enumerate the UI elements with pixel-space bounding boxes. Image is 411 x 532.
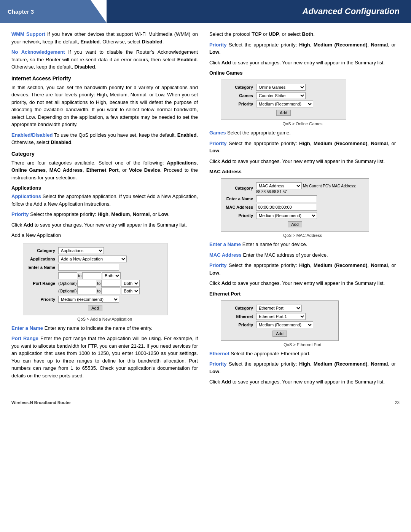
page-footer: Wireless-N Broadband Router 23 xyxy=(0,396,411,409)
page-header: Chapter 3 Advanced Configuration xyxy=(0,0,411,23)
category-heading: Category xyxy=(11,151,198,157)
priority-term3: Priority xyxy=(209,141,227,146)
mac-address-para: MAC Address Enter the MAC address of you… xyxy=(209,251,396,259)
apps-term: Applications xyxy=(11,193,41,199)
mockup1-port-from1[interactable] xyxy=(58,272,77,279)
games-term: Games xyxy=(209,130,226,136)
title-text: Advanced Configuration xyxy=(303,6,400,16)
priority-para2: Priority Select the appropriate priority… xyxy=(209,41,396,56)
mockup1-port-to1[interactable] xyxy=(82,272,101,279)
footer-page-number: 23 xyxy=(395,400,400,405)
mockup3-caption: QoS > MAC Address xyxy=(209,233,396,238)
mockup-ethernet-port: Category Ethernet Port Ethernet Ethernet… xyxy=(221,300,339,341)
page-content: WMM Support If you have other devices th… xyxy=(0,23,411,396)
mockup2-add-button[interactable]: Add xyxy=(276,110,291,116)
right-column: Select the protocol TCP or UDP, or selec… xyxy=(209,30,396,389)
mockup4-caption: QoS > Ethernet Port xyxy=(209,342,396,347)
mockup1-port-proto1[interactable]: Both xyxy=(102,272,121,279)
priority-para5: Priority Select the appropriate priority… xyxy=(209,360,396,375)
mockup3-mac-address-input[interactable] xyxy=(256,204,317,211)
mac-address-heading: MAC Address xyxy=(209,169,396,174)
online-games-heading: Online Games xyxy=(209,70,396,76)
mockup1-port-to2[interactable] xyxy=(101,280,120,287)
priority-term5: Priority xyxy=(209,361,227,367)
mockup4-priority-select[interactable]: Medium (Recommend) xyxy=(256,321,313,328)
priority-para3: Priority Select the appropriate priority… xyxy=(209,140,396,155)
mockup4-priority-label: Priority xyxy=(224,321,255,329)
iap-body: In this section, you can set the bandwid… xyxy=(11,84,198,128)
enter-name-term: Enter a Name xyxy=(11,325,43,331)
mockup4-ethernet-label: Ethernet xyxy=(224,312,255,321)
mockup-online-games: Category Online Games Games Counter Stri… xyxy=(221,80,346,120)
ethernet-port-heading: Ethernet Port xyxy=(209,291,396,297)
mockup3-enter-name-label: Enter a Name xyxy=(224,195,255,203)
mockup2-category-label: Category xyxy=(224,83,255,91)
priority-term1: Priority xyxy=(11,211,29,217)
mockup1-port-range-label: Port Range xyxy=(26,272,57,295)
priority-term4: Priority xyxy=(209,262,227,268)
footer-product-name: Wireless-N Broadband Router xyxy=(11,400,71,405)
click-add5-para: Click Add to save your changes. Your new… xyxy=(209,378,396,386)
mockup3-category-label: Category xyxy=(224,182,255,195)
games-para: Games Select the appropriate game. xyxy=(209,129,396,137)
mockup2-category-select[interactable]: Online Games xyxy=(256,84,306,91)
mockup1-add-button[interactable]: Add xyxy=(88,305,102,311)
mockup-add-new-application: Category Applications Applications Add a… xyxy=(23,243,167,315)
port-range-term: Port Range xyxy=(11,335,38,341)
mockup2-games-label: Games xyxy=(224,91,255,100)
priority-para4: Priority Select the appropriate priority… xyxy=(209,262,396,276)
mockup1-port-proto3[interactable]: Both xyxy=(121,288,140,294)
mockup4-category-select[interactable]: Ethernet Port xyxy=(256,305,302,312)
enabled-disabled-para: Enabled/Disabled To use the QoS policies… xyxy=(11,131,198,146)
noack-term: No Acknowledgement xyxy=(11,49,65,55)
mockup3-priority-select[interactable]: Medium (Recommend) xyxy=(256,212,317,219)
priority-para1: Priority Select the appropriate priority… xyxy=(11,211,198,218)
mockup4-category-label: Category xyxy=(224,304,255,312)
mockup1-port-to3[interactable] xyxy=(101,288,120,294)
ethernet-para: Ethernet Select the appropriate Ethernet… xyxy=(209,350,396,358)
mockup1-port-from3[interactable] xyxy=(77,288,96,294)
mockup1-applications-select[interactable]: Add a New Application xyxy=(58,256,127,262)
category-body: There are four categories available. Sel… xyxy=(11,159,198,182)
left-column: WMM Support If you have other devices th… xyxy=(11,30,198,389)
mockup1-priority-select[interactable]: Medium (Recommend) xyxy=(58,296,119,303)
mockup1-port-proto2[interactable]: Both xyxy=(121,280,140,287)
priority-term2: Priority xyxy=(209,42,227,48)
mockup2-caption: QoS > Online Games xyxy=(209,121,396,126)
applications-heading: Applications xyxy=(11,185,198,191)
mockup2-priority-select[interactable]: Medium (Recommend) xyxy=(256,101,313,107)
mockup1-enter-name-label: Enter a Name xyxy=(26,263,57,272)
click-add2-para: Click Add to save your changes. Your new… xyxy=(209,59,396,67)
mockup1-caption: QoS > Add a New Application xyxy=(11,317,198,321)
mockup1-applications-label: Applications xyxy=(26,255,57,263)
enter-name-para: Enter a Name Enter any name to indicate … xyxy=(11,324,198,332)
apps-para: Applications Select the appropriate appl… xyxy=(11,193,198,208)
mockup3-enter-name-input[interactable] xyxy=(256,195,317,202)
mockup4-add-button[interactable]: Add xyxy=(272,331,287,337)
enter-name2-para: Enter a Name Enter a name for your devic… xyxy=(209,241,396,248)
mockup2-games-select[interactable]: Counter Strike xyxy=(256,92,306,99)
mockup4-ethernet-select[interactable]: Ethernet Port 1 xyxy=(256,313,306,320)
mockup1-category-select[interactable]: Applications xyxy=(58,247,104,254)
page-title: Advanced Configuration xyxy=(107,0,411,23)
mac-address-term: MAC Address xyxy=(209,252,242,258)
mockup3-category-select[interactable]: MAC Address xyxy=(256,182,302,189)
chapter-label: Chapter 3 xyxy=(0,0,107,23)
mockup1-enter-name-input[interactable] xyxy=(58,264,119,271)
protocol-para: Select the protocol TCP or UDP, or selec… xyxy=(209,30,396,38)
click-add1-para: Click Add to save your changes. Your new… xyxy=(11,221,198,229)
mockup-mac-address: Category MAC Address My Current PC's MAC… xyxy=(221,178,369,232)
mockup3-add-button[interactable]: Add xyxy=(288,221,302,227)
port-range-para: Port Range Enter the port range that the… xyxy=(11,335,198,379)
click-add3-para: Click Add to save your changes. Your new… xyxy=(209,158,396,165)
wmm-term: WMM Support xyxy=(11,31,45,37)
enabled-disabled-term: Enabled/Disabled xyxy=(11,132,53,138)
mockup1-port-from2[interactable] xyxy=(77,280,96,287)
noack-para: No Acknowledgement If you want to disabl… xyxy=(11,48,198,71)
add-new-app-label: Add a New Application xyxy=(11,232,198,239)
mockup2-priority-label: Priority xyxy=(224,100,255,108)
mockup3-mac-address-label: MAC Address xyxy=(224,203,255,211)
wmm-support-para: WMM Support If you have other devices th… xyxy=(11,30,198,45)
enter-name2-term: Enter a Name xyxy=(209,241,241,247)
mockup1-priority-label: Priority xyxy=(26,295,57,304)
